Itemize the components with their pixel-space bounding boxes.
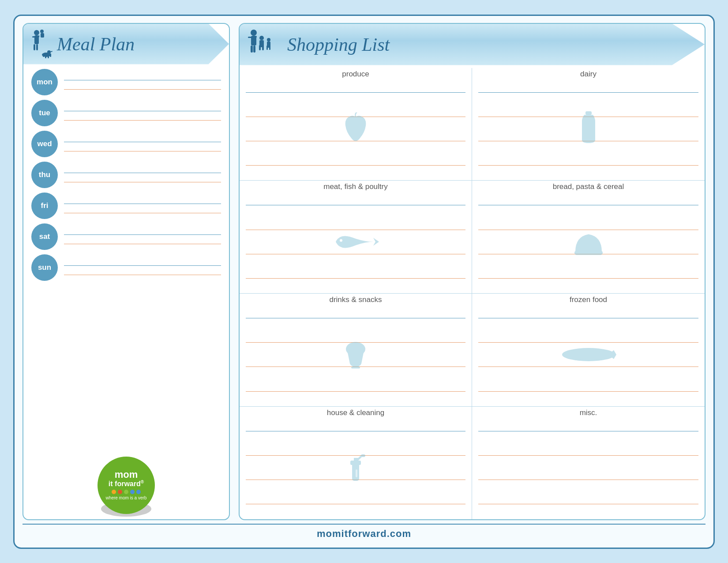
- day-circle-wed: wed: [31, 131, 58, 157]
- svg-point-39: [562, 348, 615, 361]
- svg-rect-17: [248, 37, 252, 38]
- svg-rect-36: [356, 469, 357, 477]
- right-column: dairy: [472, 68, 705, 519]
- section-misc: misc.: [472, 407, 705, 519]
- svg-rect-19: [251, 45, 253, 53]
- logo-circle: mom it forward® where mom is a verb: [98, 457, 155, 514]
- svg-rect-24: [262, 45, 264, 50]
- meal-plan-panel: Meal Plan mon tue: [23, 23, 230, 520]
- cupcake-icon: [340, 338, 371, 371]
- section-dairy: dairy: [472, 68, 705, 181]
- fish-icon: [331, 230, 380, 254]
- day-circle-mon: mon: [31, 69, 58, 95]
- logo-dots-row: [112, 490, 141, 494]
- page-wrapper: Meal Plan mon tue: [0, 0, 728, 563]
- svg-rect-27: [266, 45, 268, 50]
- section-house: house & cleaning: [240, 407, 472, 519]
- section-drinks: drinks & snacks: [240, 294, 472, 407]
- footer-bar: momitforward.com: [23, 524, 705, 543]
- svg-point-25: [267, 38, 270, 42]
- svg-rect-13: [50, 53, 51, 57]
- svg-point-6: [40, 30, 44, 33]
- logo-text-itforward: it forward®: [109, 480, 144, 488]
- day-row-thu: thu: [31, 162, 221, 188]
- meal-plan-icon: [30, 29, 53, 59]
- day-row-sun: sun: [31, 254, 221, 281]
- section-title-drinks: drinks & snacks: [246, 295, 465, 306]
- section-bread: bread, pasta & cereal: [472, 181, 705, 294]
- logo-text-mom: mom: [115, 470, 138, 480]
- day-row-mon: mon: [31, 69, 221, 95]
- svg-rect-32: [351, 367, 360, 369]
- spray-icon: [342, 450, 369, 485]
- svg-point-29: [340, 239, 342, 242]
- section-title-meat: meat, fish & poultry: [246, 182, 465, 193]
- bottle-icon: [580, 111, 597, 147]
- svg-rect-37: [585, 111, 592, 115]
- section-title-house: house & cleaning: [246, 408, 465, 419]
- svg-rect-7: [41, 33, 44, 38]
- svg-rect-2: [32, 36, 36, 38]
- bread-icon: [571, 227, 606, 256]
- shopping-title: Shopping List: [287, 34, 390, 55]
- section-title-produce: produce: [246, 70, 465, 80]
- left-column: produce: [240, 68, 472, 519]
- section-produce: produce: [240, 68, 472, 181]
- svg-point-21: [259, 36, 264, 40]
- day-circle-sun: sun: [31, 254, 58, 281]
- day-circle-thu: thu: [31, 162, 58, 188]
- day-circle-sat: sat: [31, 223, 58, 250]
- svg-rect-5: [36, 44, 38, 50]
- day-row-tue: tue: [31, 100, 221, 126]
- footer-url: momitforward.com: [317, 528, 411, 540]
- apple-icon: [340, 112, 371, 145]
- svg-rect-31: [353, 364, 359, 367]
- svg-rect-10: [43, 53, 44, 57]
- panels-row: Meal Plan mon tue: [23, 23, 705, 520]
- svg-rect-11: [45, 55, 46, 58]
- logo-tagline: where mom is a verb: [106, 495, 147, 500]
- section-frozen: frozen food: [472, 294, 705, 407]
- svg-rect-28: [269, 45, 270, 50]
- section-meat: meat, fish & poultry: [240, 181, 472, 294]
- svg-rect-34: [350, 461, 361, 465]
- meal-plan-title: Meal Plan: [57, 34, 135, 55]
- svg-rect-4: [34, 44, 35, 50]
- shopping-icon: [246, 29, 281, 60]
- shopping-header: Shopping List: [240, 24, 705, 65]
- section-title-dairy: dairy: [478, 70, 698, 80]
- svg-rect-38: [574, 250, 603, 255]
- shopping-sections: produce: [240, 68, 705, 519]
- svg-rect-20: [253, 45, 255, 53]
- section-title-bread: bread, pasta & cereal: [478, 182, 698, 193]
- day-row-wed: wed: [31, 131, 221, 157]
- svg-rect-23: [259, 45, 261, 50]
- day-row-sat: sat: [31, 223, 221, 250]
- day-circle-tue: tue: [31, 100, 58, 126]
- svg-rect-12: [48, 55, 49, 58]
- day-circle-fri: fri: [31, 193, 58, 219]
- meal-plan-header: Meal Plan: [23, 24, 229, 64]
- logo-area: mom it forward® where mom is a verb: [23, 453, 229, 519]
- section-title-frozen: frozen food: [478, 295, 698, 306]
- svg-point-0: [34, 30, 39, 35]
- svg-point-35: [362, 454, 365, 457]
- svg-point-15: [251, 30, 257, 36]
- section-title-misc: misc.: [478, 408, 698, 419]
- meal-plan-days: mon tue wed: [23, 67, 229, 453]
- day-row-fri: fri: [31, 193, 221, 219]
- frozen-fish-icon: [560, 346, 617, 363]
- shopping-list-panel: Shopping List produce: [239, 23, 705, 520]
- main-card: Meal Plan mon tue: [13, 15, 715, 549]
